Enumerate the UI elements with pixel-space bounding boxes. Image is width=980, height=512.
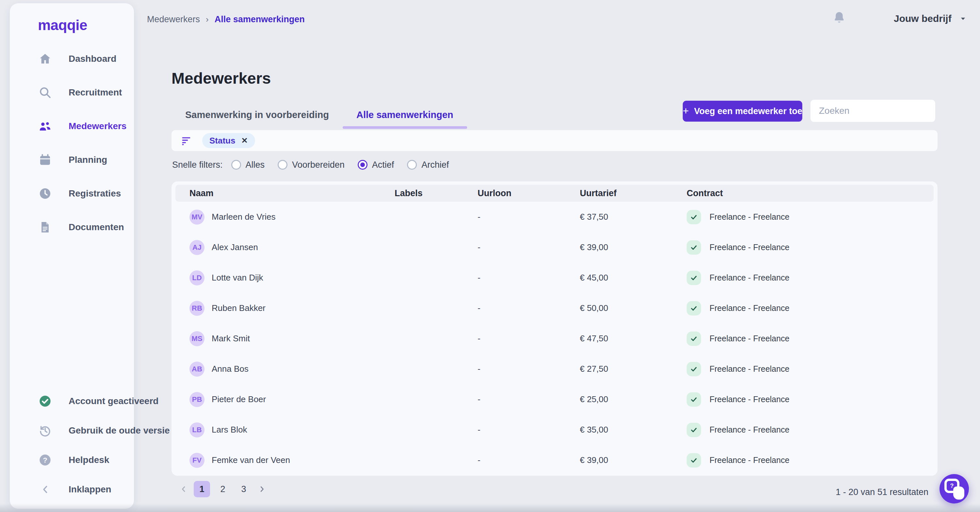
sidebar-item-label: Registraties xyxy=(68,188,121,199)
sidebar-item[interactable]: Recruitment xyxy=(10,75,134,109)
search-icon xyxy=(38,86,52,99)
contract-label: Freelance - Freelance xyxy=(710,364,789,374)
avatar: AJ xyxy=(189,240,205,255)
sidebar-footer-item[interactable]: Account geactiveerd xyxy=(10,386,134,416)
breadcrumb-separator: › xyxy=(206,14,209,24)
check-icon xyxy=(687,332,701,346)
notifications-bell-icon[interactable] xyxy=(832,10,846,24)
contract-label: Freelance - Freelance xyxy=(710,455,789,465)
uurtarief-cell: € 35,00 xyxy=(580,425,687,435)
table-row[interactable]: AJ Alex Jansen - € 39,00 Freelance - Fre… xyxy=(172,232,937,263)
table-row[interactable]: MV Marleen de Vries - € 37,50 Freelance … xyxy=(172,202,937,232)
breadcrumb-item[interactable]: Medewerkers xyxy=(147,14,200,24)
page-button[interactable]: 3 xyxy=(235,481,252,497)
help-chat-button[interactable]: ? xyxy=(940,474,969,504)
sidebar-item[interactable]: Dashboard xyxy=(10,42,134,75)
quick-filter-option-label: Actief xyxy=(372,160,394,170)
employee-name-cell: RB Ruben Bakker xyxy=(189,301,395,316)
contract-label: Freelance - Freelance xyxy=(710,425,789,434)
employee-name: Pieter de Boer xyxy=(212,394,266,404)
contract-label: Freelance - Freelance xyxy=(710,273,789,282)
sidebar-item[interactable]: Planning xyxy=(10,143,134,177)
employee-name: Ruben Bakker xyxy=(212,303,266,313)
breadcrumb-item-active[interactable]: Alle samenwerkingen xyxy=(215,14,305,24)
employee-name-cell: FV Femke van der Veen xyxy=(189,453,395,468)
check-icon xyxy=(687,271,701,285)
quick-filter-option[interactable]: Alles xyxy=(231,160,265,170)
sidebar-item-label: Documenten xyxy=(68,222,124,233)
tab[interactable]: Samenwerking in voorbereiding xyxy=(172,101,343,129)
sidebar-footer-item-label: Account geactiveerd xyxy=(68,396,158,407)
next-page-icon[interactable] xyxy=(256,483,267,494)
app-screen: maqqie Dashboard Recruitment xyxy=(0,0,980,512)
avatar: LB xyxy=(189,423,205,437)
quick-filter-option-label: Voorbereiden xyxy=(292,160,345,170)
uurloon-cell: - xyxy=(477,273,580,283)
search-input[interactable] xyxy=(810,105,937,116)
sidebar-item[interactable]: Documenten xyxy=(10,210,134,244)
contract-cell: Freelance - Freelance xyxy=(687,301,937,316)
radio-icon[interactable] xyxy=(407,160,417,170)
table-row[interactable]: PB Pieter de Boer - € 25,00 Freelance - … xyxy=(172,384,937,415)
table-header-cell: Uurloon xyxy=(477,188,580,198)
sidebar-footer-item[interactable]: ? Helpdesk xyxy=(10,445,134,475)
radio-icon[interactable] xyxy=(278,160,288,170)
employees-table: Naam Labels Uurloon Uurtarief Contract M… xyxy=(172,182,937,476)
avatar: FV xyxy=(189,453,205,468)
employee-name: Marleen de Vries xyxy=(212,212,276,222)
sidebar-collapse-button[interactable]: Inklappen xyxy=(10,475,134,504)
table-header-cell: Uurtarief xyxy=(580,188,687,198)
sidebar-collapse-label: Inklappen xyxy=(68,484,111,494)
uurloon-cell: - xyxy=(477,394,580,404)
sidebar-item[interactable]: Registraties xyxy=(10,177,134,210)
page-title: Medewerkers xyxy=(172,69,271,87)
status-filter-chip[interactable]: Status ✕ xyxy=(202,133,255,148)
plus-icon: + xyxy=(683,105,689,116)
tab[interactable]: Alle samenwerkingen xyxy=(343,101,467,129)
table-row[interactable]: LD Lotte van Dijk - € 45,00 Freelance - … xyxy=(172,263,937,293)
add-employee-button[interactable]: + Voeg een medewerker toe xyxy=(683,101,802,122)
check-icon xyxy=(687,301,701,316)
avatar: RB xyxy=(189,301,205,316)
chevron-down-icon xyxy=(959,14,967,23)
previous-page-icon[interactable] xyxy=(178,483,189,494)
employee-name: Lotte van Dijk xyxy=(212,273,263,283)
check-icon xyxy=(687,362,701,376)
table-row[interactable]: LB Lars Blok - € 35,00 Freelance - Freel… xyxy=(172,415,937,445)
quick-filter-option[interactable]: Voorbereiden xyxy=(278,160,345,170)
uurloon-cell: - xyxy=(477,303,580,313)
uurtarief-cell: € 45,00 xyxy=(580,273,687,283)
quick-filter-option[interactable]: Archief xyxy=(407,160,449,170)
sidebar-footer-item[interactable]: Gebruik de oude versie xyxy=(10,416,134,445)
add-employee-label: Voeg een medewerker toe xyxy=(694,106,802,116)
table-row[interactable]: FV Femke van der Veen - € 39,00 Freelanc… xyxy=(172,445,937,475)
calendar-icon xyxy=(38,153,52,166)
uurtarief-cell: € 39,00 xyxy=(580,242,687,252)
close-icon[interactable]: ✕ xyxy=(241,136,248,145)
employee-name: Mark Smit xyxy=(212,333,250,344)
filter-funnel-icon[interactable] xyxy=(181,135,192,146)
avatar: MV xyxy=(189,210,205,225)
page-button[interactable]: 1 xyxy=(194,481,210,497)
employee-name: Alex Jansen xyxy=(212,242,258,252)
table-row[interactable]: MS Mark Smit - € 47,50 Freelance - Freel… xyxy=(172,323,937,354)
quick-filters-label: Snelle filters: xyxy=(172,160,223,170)
company-switcher[interactable]: Jouw bedrijf xyxy=(894,13,967,24)
check-icon xyxy=(687,210,701,224)
history-icon xyxy=(38,424,52,437)
sidebar-item[interactable]: Medewerkers xyxy=(10,109,134,143)
table-row[interactable]: RB Ruben Bakker - € 50,00 Freelance - Fr… xyxy=(172,293,937,323)
quick-filter-option[interactable]: Actief xyxy=(358,160,394,170)
employee-name-cell: AB Anna Bos xyxy=(189,362,395,376)
uurloon-cell: - xyxy=(477,333,580,344)
table-header-cell: Contract xyxy=(687,188,934,198)
table-row[interactable]: AB Anna Bos - € 27,50 Freelance - Freela… xyxy=(172,354,937,384)
radio-icon[interactable] xyxy=(231,160,241,170)
radio-icon[interactable] xyxy=(358,160,368,170)
contract-cell: Freelance - Freelance xyxy=(687,332,937,346)
table-header-cell: Naam xyxy=(189,188,395,198)
search-box xyxy=(810,99,935,122)
contract-cell: Freelance - Freelance xyxy=(687,423,937,437)
brand-logo: maqqie xyxy=(38,17,134,33)
page-button[interactable]: 2 xyxy=(215,481,231,497)
